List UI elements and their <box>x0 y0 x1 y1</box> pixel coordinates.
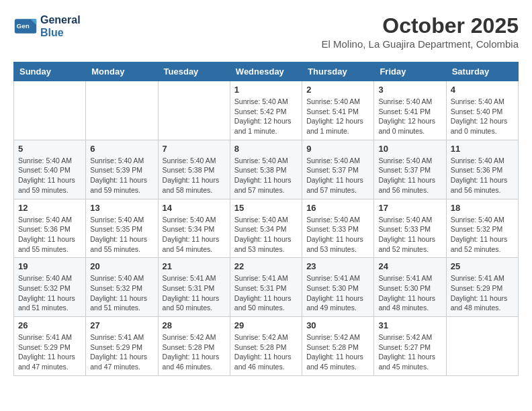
calendar-cell: 5Sunrise: 5:40 AM Sunset: 5:40 PM Daylig… <box>14 140 86 199</box>
day-info: Sunrise: 5:40 AM Sunset: 5:38 PM Dayligh… <box>163 156 226 195</box>
day-info: Sunrise: 5:40 AM Sunset: 5:34 PM Dayligh… <box>163 215 226 255</box>
title-section: October 2025 El Molino, La Guajira Depar… <box>322 13 519 50</box>
calendar-cell: 27Sunrise: 5:41 AM Sunset: 5:29 PM Dayli… <box>86 317 158 376</box>
weekday-header: Saturday <box>446 62 518 81</box>
day-number: 9 <box>306 144 369 154</box>
calendar-table: SundayMondayTuesdayWednesdayThursdayFrid… <box>13 62 519 376</box>
day-info: Sunrise: 5:40 AM Sunset: 5:33 PM Dayligh… <box>378 215 441 255</box>
day-info: Sunrise: 5:40 AM Sunset: 5:37 PM Dayligh… <box>378 156 441 195</box>
day-number: 28 <box>163 320 226 330</box>
calendar-cell: 14Sunrise: 5:40 AM Sunset: 5:34 PM Dayli… <box>158 199 230 258</box>
day-info: Sunrise: 5:40 AM Sunset: 5:34 PM Dayligh… <box>234 215 298 255</box>
day-info: Sunrise: 5:40 AM Sunset: 5:41 PM Dayligh… <box>378 97 441 136</box>
calendar-cell: 31Sunrise: 5:42 AM Sunset: 5:27 PM Dayli… <box>374 317 446 376</box>
day-info: Sunrise: 5:40 AM Sunset: 5:32 PM Dayligh… <box>451 215 514 255</box>
day-info: Sunrise: 5:42 AM Sunset: 5:28 PM Dayligh… <box>234 332 298 372</box>
calendar-cell: 29Sunrise: 5:42 AM Sunset: 5:28 PM Dayli… <box>230 317 302 376</box>
day-number: 25 <box>451 261 514 271</box>
day-number: 3 <box>378 85 441 95</box>
day-number: 2 <box>306 85 369 95</box>
calendar-cell: 19Sunrise: 5:40 AM Sunset: 5:32 PM Dayli… <box>14 258 86 317</box>
weekday-header: Wednesday <box>230 62 302 81</box>
svg-text:Gen: Gen <box>17 22 30 30</box>
day-info: Sunrise: 5:40 AM Sunset: 5:35 PM Dayligh… <box>90 215 153 255</box>
day-info: Sunrise: 5:41 AM Sunset: 5:30 PM Dayligh… <box>306 273 369 313</box>
calendar-cell <box>158 81 230 140</box>
calendar-cell: 9Sunrise: 5:40 AM Sunset: 5:37 PM Daylig… <box>302 140 374 199</box>
calendar-cell: 3Sunrise: 5:40 AM Sunset: 5:41 PM Daylig… <box>374 81 446 140</box>
day-number: 13 <box>90 203 153 213</box>
day-number: 4 <box>451 85 514 95</box>
day-info: Sunrise: 5:40 AM Sunset: 5:38 PM Dayligh… <box>234 156 298 195</box>
calendar-cell: 23Sunrise: 5:41 AM Sunset: 5:30 PM Dayli… <box>302 258 374 317</box>
day-info: Sunrise: 5:40 AM Sunset: 5:39 PM Dayligh… <box>90 156 153 195</box>
day-number: 15 <box>234 203 298 213</box>
day-info: Sunrise: 5:40 AM Sunset: 5:33 PM Dayligh… <box>306 215 369 255</box>
calendar-cell: 15Sunrise: 5:40 AM Sunset: 5:34 PM Dayli… <box>230 199 302 258</box>
calendar-cell <box>14 81 86 140</box>
day-number: 12 <box>18 203 81 213</box>
day-info: Sunrise: 5:40 AM Sunset: 5:36 PM Dayligh… <box>18 215 81 255</box>
day-info: Sunrise: 5:40 AM Sunset: 5:32 PM Dayligh… <box>90 273 153 313</box>
day-info: Sunrise: 5:40 AM Sunset: 5:36 PM Dayligh… <box>451 156 514 195</box>
day-number: 29 <box>234 320 298 330</box>
day-info: Sunrise: 5:40 AM Sunset: 5:32 PM Dayligh… <box>18 273 81 313</box>
calendar-cell: 24Sunrise: 5:41 AM Sunset: 5:30 PM Dayli… <box>374 258 446 317</box>
calendar-cell: 20Sunrise: 5:40 AM Sunset: 5:32 PM Dayli… <box>86 258 158 317</box>
logo-line1: General <box>40 14 81 26</box>
calendar-cell: 6Sunrise: 5:40 AM Sunset: 5:39 PM Daylig… <box>86 140 158 199</box>
day-number: 21 <box>163 261 226 271</box>
day-number: 5 <box>18 144 81 154</box>
weekday-header: Friday <box>374 62 446 81</box>
calendar-cell: 16Sunrise: 5:40 AM Sunset: 5:33 PM Dayli… <box>302 199 374 258</box>
calendar-cell: 17Sunrise: 5:40 AM Sunset: 5:33 PM Dayli… <box>374 199 446 258</box>
calendar-cell: 18Sunrise: 5:40 AM Sunset: 5:32 PM Dayli… <box>446 199 518 258</box>
day-info: Sunrise: 5:40 AM Sunset: 5:41 PM Dayligh… <box>306 97 369 136</box>
day-number: 17 <box>378 203 441 213</box>
day-number: 11 <box>451 144 514 154</box>
calendar-cell: 21Sunrise: 5:41 AM Sunset: 5:31 PM Dayli… <box>158 258 230 317</box>
day-number: 26 <box>18 320 81 330</box>
day-number: 19 <box>18 261 81 271</box>
calendar-cell: 28Sunrise: 5:42 AM Sunset: 5:28 PM Dayli… <box>158 317 230 376</box>
calendar-cell: 2Sunrise: 5:40 AM Sunset: 5:41 PM Daylig… <box>302 81 374 140</box>
day-number: 16 <box>306 203 369 213</box>
day-number: 24 <box>378 261 441 271</box>
day-info: Sunrise: 5:40 AM Sunset: 5:40 PM Dayligh… <box>18 156 81 195</box>
month-title: October 2025 <box>322 13 519 38</box>
day-number: 27 <box>90 320 153 330</box>
logo: Gen General Blue <box>13 13 81 39</box>
calendar-cell: 10Sunrise: 5:40 AM Sunset: 5:37 PM Dayli… <box>374 140 446 199</box>
calendar-cell: 13Sunrise: 5:40 AM Sunset: 5:35 PM Dayli… <box>86 199 158 258</box>
day-number: 20 <box>90 261 153 271</box>
day-info: Sunrise: 5:41 AM Sunset: 5:29 PM Dayligh… <box>18 332 81 372</box>
day-number: 7 <box>163 144 226 154</box>
calendar-cell <box>446 317 518 376</box>
day-number: 18 <box>451 203 514 213</box>
day-info: Sunrise: 5:42 AM Sunset: 5:28 PM Dayligh… <box>163 332 226 372</box>
day-number: 30 <box>306 320 369 330</box>
weekday-header: Sunday <box>14 62 86 81</box>
day-number: 14 <box>163 203 226 213</box>
calendar-cell: 11Sunrise: 5:40 AM Sunset: 5:36 PM Dayli… <box>446 140 518 199</box>
location-subtitle: El Molino, La Guajira Department, Colomb… <box>322 38 519 50</box>
day-number: 8 <box>234 144 298 154</box>
calendar-cell: 8Sunrise: 5:40 AM Sunset: 5:38 PM Daylig… <box>230 140 302 199</box>
logo-icon: Gen <box>13 14 38 38</box>
calendar-cell: 25Sunrise: 5:41 AM Sunset: 5:29 PM Dayli… <box>446 258 518 317</box>
calendar-cell: 4Sunrise: 5:40 AM Sunset: 5:40 PM Daylig… <box>446 81 518 140</box>
calendar-cell: 22Sunrise: 5:41 AM Sunset: 5:31 PM Dayli… <box>230 258 302 317</box>
calendar-cell: 30Sunrise: 5:42 AM Sunset: 5:28 PM Dayli… <box>302 317 374 376</box>
day-info: Sunrise: 5:41 AM Sunset: 5:31 PM Dayligh… <box>163 273 226 313</box>
day-number: 10 <box>378 144 441 154</box>
day-info: Sunrise: 5:40 AM Sunset: 5:37 PM Dayligh… <box>306 156 369 195</box>
day-number: 22 <box>234 261 298 271</box>
day-number: 6 <box>90 144 153 154</box>
day-number: 1 <box>234 85 298 95</box>
day-number: 31 <box>378 320 441 330</box>
day-number: 23 <box>306 261 369 271</box>
day-info: Sunrise: 5:42 AM Sunset: 5:28 PM Dayligh… <box>306 332 369 372</box>
calendar-cell <box>86 81 158 140</box>
day-info: Sunrise: 5:41 AM Sunset: 5:29 PM Dayligh… <box>451 273 514 313</box>
day-info: Sunrise: 5:41 AM Sunset: 5:30 PM Dayligh… <box>378 273 441 313</box>
